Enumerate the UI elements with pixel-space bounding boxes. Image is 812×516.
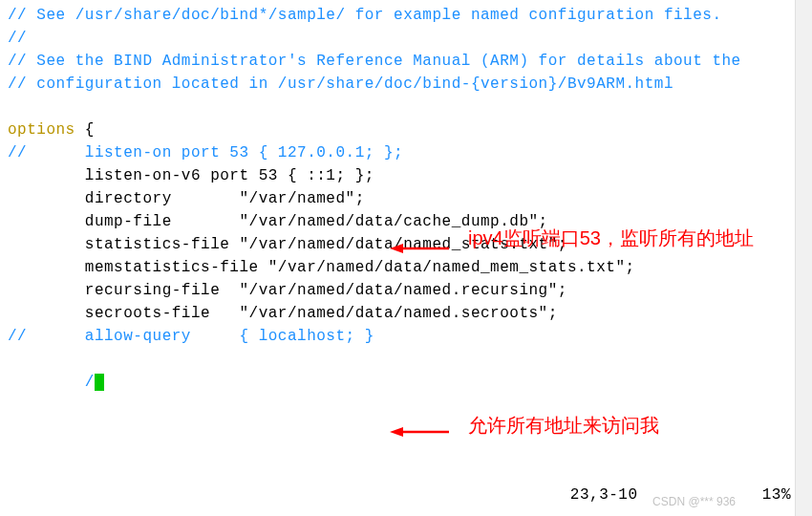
brace-open: { [75, 121, 95, 139]
comment-line: // See /usr/share/doc/bind*/sample/ for … [8, 7, 722, 24]
svg-marker-1 [390, 244, 403, 253]
arrow-left-icon [390, 425, 449, 439]
code-block: // See /usr/share/doc/bind*/sample/ for … [8, 4, 804, 394]
secroots-file-line: secroots-file "/var/named/data/named.sec… [8, 305, 558, 322]
comment-slashes: // [8, 144, 27, 161]
svg-marker-3 [390, 427, 403, 437]
annotation-allow-query: 允许所有地址来访问我 [468, 413, 793, 438]
allow-query-line: allow-query { localhost; } [27, 328, 374, 345]
keyword-options: options [8, 121, 75, 139]
listen-on-line: listen-on port 53 { 127.0.0.1; }; [27, 144, 403, 161]
recursing-file-line: recursing-file "/var/named/data/named.re… [8, 282, 567, 299]
arrow-left-icon [390, 242, 449, 255]
directory-line: directory "/var/named"; [8, 190, 365, 207]
arrow-annotation-2 [390, 420, 449, 443]
dump-file-line: dump-file "/var/named/data/cache_dump.db… [8, 213, 548, 230]
comment-line: // configuration located in /usr/share/d… [8, 75, 673, 93]
comment-block-start: / [8, 374, 95, 391]
watermark-text: CSDN @*** 936 [652, 493, 736, 510]
scrollbar[interactable] [795, 0, 812, 516]
scroll-percent: 13% [762, 486, 791, 504]
comment-slashes: // [8, 328, 27, 345]
memstatistics-file-line: memstatistics-file "/var/named/data/name… [8, 259, 635, 276]
cursor-position: 23,3-10 [570, 486, 638, 504]
listen-on-v6-line: listen-on-v6 port 53 { ::1; }; [8, 167, 374, 184]
cursor [95, 374, 104, 391]
arrow-annotation-1 [390, 237, 449, 260]
annotation-ipv4: ipv4监听端口53，监听所有的地址 [468, 226, 793, 250]
comment-line: // [8, 30, 27, 47]
comment-line: // See the BIND Administrator's Referenc… [8, 53, 741, 70]
